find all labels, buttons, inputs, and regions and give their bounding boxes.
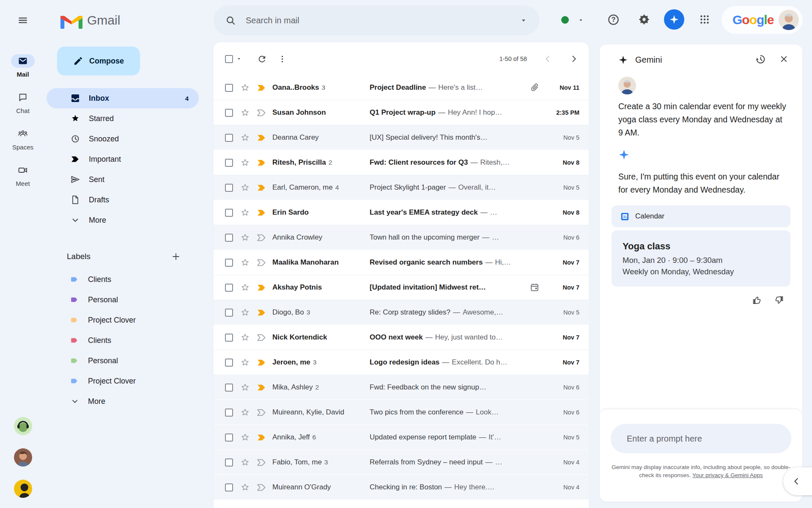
row-checkbox[interactable] bbox=[225, 184, 233, 192]
star-icon[interactable] bbox=[240, 258, 250, 268]
sidebar-item-sent[interactable]: Sent bbox=[47, 169, 199, 190]
sidebar-label-clients[interactable]: Clients bbox=[47, 269, 199, 290]
star-icon[interactable] bbox=[240, 383, 250, 392]
star-icon[interactable] bbox=[240, 408, 250, 417]
star-icon[interactable] bbox=[240, 233, 250, 243]
row-checkbox[interactable] bbox=[225, 458, 233, 467]
row-checkbox[interactable] bbox=[225, 409, 233, 417]
email-row[interactable]: Jeroen, me3 Logo redesign ideas—Excellen… bbox=[214, 350, 589, 375]
sidebar-item-inbox[interactable]: Inbox 4 bbox=[47, 88, 199, 108]
star-icon[interactable] bbox=[240, 333, 250, 342]
contact-avatar-1[interactable] bbox=[14, 417, 32, 435]
email-row[interactable]: Muireann, Kylie, David Two pics from the… bbox=[214, 400, 589, 425]
email-row[interactable]: Fabio, Tom, me3 Referrals from Sydney – … bbox=[214, 450, 589, 475]
email-row[interactable]: Annika Crowley Town hall on the upcoming… bbox=[214, 225, 589, 250]
important-marker-icon[interactable] bbox=[256, 232, 267, 243]
row-checkbox[interactable] bbox=[225, 134, 233, 142]
search-input[interactable] bbox=[246, 16, 520, 25]
important-marker-icon[interactable] bbox=[256, 432, 267, 443]
important-marker-icon[interactable] bbox=[256, 382, 267, 393]
presence-status-dot[interactable] bbox=[561, 16, 569, 24]
search-options-caret-icon[interactable] bbox=[520, 17, 527, 24]
row-checkbox[interactable] bbox=[225, 209, 233, 217]
settings-button[interactable] bbox=[636, 11, 653, 28]
presence-caret-icon[interactable] bbox=[578, 17, 584, 23]
gemini-topbar-button[interactable] bbox=[664, 9, 684, 30]
sidebar-label-personal[interactable]: Personal bbox=[47, 290, 199, 310]
row-checkbox[interactable] bbox=[225, 259, 233, 267]
select-caret-icon[interactable] bbox=[236, 56, 242, 62]
row-checkbox[interactable] bbox=[225, 334, 233, 342]
star-icon[interactable] bbox=[240, 208, 250, 218]
email-row[interactable]: Maalika Manoharan Revised organic search… bbox=[214, 250, 589, 275]
sidebar-label-project-clover[interactable]: Project Clover bbox=[47, 310, 199, 330]
important-marker-icon[interactable] bbox=[256, 357, 267, 368]
row-checkbox[interactable] bbox=[225, 109, 233, 117]
important-marker-icon[interactable] bbox=[256, 257, 267, 268]
email-row[interactable]: Ritesh, Priscilla2 Fwd: Client resources… bbox=[214, 150, 589, 175]
thumbs-up-button[interactable] bbox=[752, 295, 762, 306]
email-row[interactable]: Annika, Jeff6 Updated expense report tem… bbox=[214, 425, 589, 450]
privacy-link[interactable]: Your privacy & Gemini Apps bbox=[692, 472, 763, 478]
gemini-history-button[interactable] bbox=[755, 54, 765, 66]
sidebar-item-drafts[interactable]: Drafts bbox=[47, 190, 199, 210]
important-marker-icon[interactable] bbox=[256, 182, 267, 193]
email-row[interactable]: Diogo, Bo3 Re: Corp strategy slides?—Awe… bbox=[214, 300, 589, 325]
sidebar-item-important[interactable]: Important bbox=[47, 149, 199, 169]
rail-item-chat[interactable]: Chat bbox=[0, 91, 46, 114]
select-all-checkbox[interactable] bbox=[225, 55, 233, 63]
important-marker-icon[interactable] bbox=[256, 133, 267, 143]
row-checkbox[interactable] bbox=[225, 234, 233, 242]
star-icon[interactable] bbox=[240, 358, 250, 367]
row-checkbox[interactable] bbox=[225, 159, 233, 167]
important-marker-icon[interactable] bbox=[256, 332, 267, 343]
gemini-prompt-input[interactable] bbox=[627, 434, 791, 444]
newer-page-button[interactable] bbox=[543, 54, 552, 64]
row-checkbox[interactable] bbox=[225, 483, 233, 491]
important-marker-icon[interactable] bbox=[256, 83, 267, 93]
sidebar-label-project-clover[interactable]: Project Clover bbox=[47, 371, 199, 391]
add-label-button[interactable] bbox=[168, 249, 184, 264]
search-bar[interactable] bbox=[214, 6, 539, 35]
sidebar-item-more[interactable]: More bbox=[47, 210, 199, 230]
important-marker-icon[interactable] bbox=[256, 207, 267, 218]
star-icon[interactable] bbox=[240, 133, 250, 143]
calendar-source-chip[interactable]: Calendar bbox=[612, 205, 790, 227]
star-icon[interactable] bbox=[240, 458, 250, 467]
more-options-button[interactable] bbox=[278, 55, 287, 64]
email-row[interactable]: Oana..Brooks3 Project Deadline—Here's a … bbox=[214, 75, 589, 100]
row-checkbox[interactable] bbox=[225, 433, 233, 442]
compose-button[interactable]: Compose bbox=[57, 47, 140, 75]
gemini-prompt-field[interactable] bbox=[611, 424, 791, 453]
star-icon[interactable] bbox=[240, 433, 250, 442]
account-avatar[interactable] bbox=[779, 10, 799, 30]
sidebar-labels-more[interactable]: More bbox=[47, 391, 199, 411]
star-icon[interactable] bbox=[240, 183, 250, 193]
sidebar-item-snoozed[interactable]: Snoozed bbox=[47, 129, 199, 149]
row-checkbox[interactable] bbox=[225, 284, 233, 292]
star-icon[interactable] bbox=[240, 83, 250, 93]
account-pill[interactable]: Google bbox=[721, 6, 803, 34]
email-row[interactable]: Deanna Carey [UX] Special delivery! This… bbox=[214, 125, 589, 150]
star-icon[interactable] bbox=[240, 283, 250, 293]
help-button[interactable] bbox=[605, 11, 622, 28]
thumbs-down-button[interactable] bbox=[774, 295, 785, 306]
email-row[interactable]: Earl, Cameron, me4 Project Skylight 1-pa… bbox=[214, 175, 589, 200]
row-checkbox[interactable] bbox=[225, 359, 233, 367]
contact-avatar-2[interactable] bbox=[14, 448, 32, 467]
important-marker-icon[interactable] bbox=[256, 108, 267, 118]
star-icon[interactable] bbox=[240, 158, 250, 168]
star-icon[interactable] bbox=[240, 308, 250, 318]
contact-avatar-3[interactable] bbox=[14, 480, 32, 498]
rail-item-mail[interactable]: Mail bbox=[0, 54, 46, 78]
email-row[interactable]: Muireann O'Grady Checking in re: Boston—… bbox=[214, 475, 589, 500]
google-apps-button[interactable] bbox=[696, 11, 713, 28]
row-checkbox[interactable] bbox=[225, 309, 233, 317]
email-row[interactable]: Mika, Ashley2 Fwd: Feedback on the new s… bbox=[214, 375, 589, 400]
important-marker-icon[interactable] bbox=[256, 282, 267, 293]
sidebar-item-starred[interactable]: Starred bbox=[47, 108, 199, 129]
main-menu-button[interactable] bbox=[13, 10, 33, 30]
important-marker-icon[interactable] bbox=[256, 482, 267, 493]
row-checkbox[interactable] bbox=[225, 384, 233, 392]
important-marker-icon[interactable] bbox=[256, 157, 267, 168]
